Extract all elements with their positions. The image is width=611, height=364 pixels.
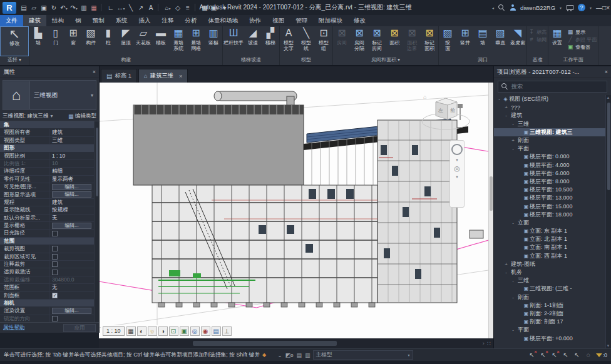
door-button[interactable]: ▯ 门 [47, 26, 64, 56]
edit-button[interactable]: 编辑... [52, 191, 91, 198]
sync-with-central-icon[interactable]: ↻ [49, 4, 59, 11]
view-cube[interactable]: 左 前 ⌂ [419, 90, 472, 135]
properties-scrollbar[interactable] [94, 121, 99, 322]
grid-button[interactable]: # 轴网 [528, 36, 547, 43]
mullion-button[interactable]: ▥ 竖梃 [205, 26, 222, 56]
browser-search-box[interactable]: 搜索 [498, 81, 607, 93]
temporary-hide-isolate-icon[interactable]: ◎ [190, 326, 200, 336]
scroll-down-icon[interactable]: ▼ [606, 344, 610, 348]
canvas-vertical-scrollbar[interactable] [488, 83, 493, 338]
edit-button[interactable]: 编辑... [52, 223, 91, 230]
tree-plan-10-5[interactable]: ▣ 楼层平面: 10.500 [494, 186, 606, 194]
roof-button[interactable]: ◤ 屋顶 [117, 26, 135, 56]
tab-architecture[interactable]: 建筑 [23, 15, 46, 26]
wall-button[interactable]: ▙ 墙 [29, 26, 47, 56]
zoom-caret-icon[interactable]: ▾ [456, 174, 458, 179]
tree-section-2-2[interactable]: ▣ 剖面: 2-2剖面 [494, 310, 606, 318]
tree-arch-sections[interactable]: + 剖面 [494, 136, 606, 144]
tab-annotate[interactable]: 注释 [157, 15, 180, 26]
status-caret-icon[interactable]: ⌄ [277, 352, 282, 358]
crop-view-icon[interactable]: ⊡ [169, 326, 178, 336]
ribbon-group-label[interactable]: 房间和面积 ▾ [333, 56, 438, 64]
detail-level-icon[interactable]: ▦ [126, 326, 136, 336]
browser-scrollbar[interactable]: ▲ ▼ [605, 95, 611, 348]
tree-toggle-icon[interactable]: - [510, 295, 516, 300]
switch-windows-icon[interactable]: ▣▾ [210, 4, 220, 11]
drag-elements-icon[interactable]: ↖ [573, 351, 581, 358]
tree-elev-east[interactable]: ▣ 立面: 东 副本 1 [494, 227, 606, 235]
area-button[interactable]: ⊠ 面积 [386, 26, 403, 56]
type-selector-caret-icon[interactable]: ▾ [91, 93, 96, 98]
room-separator-button[interactable]: ⊠ 房间 分隔 [351, 26, 368, 56]
canvas-horizontal-scrollbar[interactable]: › ∷ [99, 338, 493, 348]
minimize-button[interactable]: — [596, 4, 602, 11]
text-icon[interactable]: A [146, 4, 156, 11]
open-icon[interactable]: ▱ [29, 4, 39, 11]
tree-toggle-icon[interactable]: - [510, 327, 516, 333]
show-constraints-icon[interactable]: ⊥ [222, 326, 232, 336]
select-by-face-icon[interactable]: ↖ [562, 351, 570, 358]
thin-lines-icon[interactable]: ≡ [183, 4, 193, 11]
customize-qat-icon[interactable]: ▾ [220, 4, 230, 11]
reference-plane-button[interactable]: ╱ 参照 平面 [567, 36, 597, 43]
sun-path-icon[interactable]: ☼ [148, 326, 157, 336]
properties-close-icon[interactable]: × [93, 69, 96, 75]
tab-addins[interactable]: 附加模块 [313, 15, 348, 26]
aligned-dimension-icon[interactable]: ↔▾ [116, 4, 126, 11]
shadows-icon[interactable]: ◑ [158, 326, 168, 336]
tree-toggle-icon[interactable]: + [510, 138, 516, 143]
tree-toggle-icon[interactable]: - [510, 121, 516, 127]
tree-mech-plans[interactable]: - 平面 [494, 326, 606, 334]
curtain-system-button[interactable]: ▦ 幕墙 系统 [170, 26, 187, 56]
tab-steel[interactable]: 钢 [69, 15, 87, 26]
dormer-button[interactable]: ◥ 老虎窗 [509, 26, 526, 56]
tree-mech-3d[interactable]: - 三维 [494, 276, 606, 285]
tree-toggle-icon[interactable]: + [503, 261, 509, 267]
edit-button[interactable]: 编辑... [52, 308, 91, 315]
tree-plan-8[interactable]: ▣ 楼层平面: 8.000 [494, 178, 606, 186]
model-canvas[interactable]: 左 前 ⌂ ▾ ◎ ▾ 1 : 10 ▦◐☼◑⊡▣◎◉▤⊥ [99, 83, 488, 338]
viewer-button[interactable]: ▣ 查看器 [567, 43, 597, 51]
ribbon-group-label[interactable]: 楼梯坡道 [223, 56, 279, 64]
instance-label[interactable]: 三维视图: 建筑三维 [3, 113, 49, 120]
model-group-button[interactable]: ⊡ 模型 组 [315, 26, 332, 56]
stair-button[interactable]: ▞ 楼梯 [262, 26, 279, 56]
tab-collaborate[interactable]: 协作 [244, 15, 267, 26]
scrollbar-thumb[interactable] [607, 103, 610, 190]
project-browser-close-icon[interactable]: × [605, 69, 608, 75]
tree-arch-plans[interactable]: - 平面 [494, 144, 606, 153]
scrollbar-thumb[interactable] [96, 128, 98, 196]
wall-opening-button[interactable]: ▤ 墙 [474, 26, 491, 56]
tree-architecture[interactable]: - 建筑 [494, 111, 606, 119]
close-hidden-windows-icon[interactable]: ▩ [200, 4, 210, 11]
tab-systems[interactable]: 系统 [110, 15, 133, 26]
view-tab-close-icon[interactable]: × [179, 73, 182, 79]
scale-button[interactable]: 1 : 10 [103, 326, 125, 336]
close-button[interactable]: × [606, 4, 610, 11]
measure-icon[interactable]: ∟ [106, 4, 116, 11]
area-boundary-button[interactable]: ⊠ 面积 边界 [403, 26, 421, 56]
tree-mech-plan-0[interactable]: ▣ 楼层平面: +0.000 [494, 334, 606, 342]
tree-arch-3d[interactable]: - 三维 [494, 120, 606, 128]
floor-button[interactable]: ▬ 楼板 [152, 26, 170, 56]
checkbox[interactable] [52, 231, 58, 236]
tree-plan-13[interactable]: ▣ 楼层平面: 13.000 [494, 194, 606, 202]
tree-plan-6[interactable]: ▣ 楼层平面: 6.000 [494, 169, 606, 178]
tab-file[interactable]: 文件 [0, 15, 23, 26]
column-button[interactable]: ▮ 柱 [100, 26, 117, 56]
tag-room-button[interactable]: ⊠ 标记 房间 [368, 26, 386, 56]
tree-toggle-icon[interactable]: - [496, 96, 502, 102]
room-button[interactable]: ⊠ 房间 [333, 26, 351, 56]
shaft-button[interactable]: ⊞ 竖井 [456, 26, 474, 56]
tree-section-17[interactable]: ▣ 剖面: 剖面 17 [494, 318, 606, 326]
ribbon-group-label[interactable]: 洞口 [439, 56, 526, 64]
modify-button[interactable]: ↖ 修改 [0, 26, 29, 56]
checkbox[interactable] [52, 293, 58, 298]
tree-toggle-icon[interactable]: - [503, 113, 509, 118]
spot-elevation-icon[interactable]: ↗ [136, 4, 146, 11]
tree-toggle-icon[interactable]: - [510, 146, 516, 151]
checkbox[interactable] [52, 246, 58, 251]
select-pinned-icon[interactable]: ↖× [551, 351, 558, 358]
view-tab-level-1[interactable]: ▤ 标高 1 [101, 69, 137, 83]
undo-icon[interactable]: ↶▾ [59, 4, 69, 11]
